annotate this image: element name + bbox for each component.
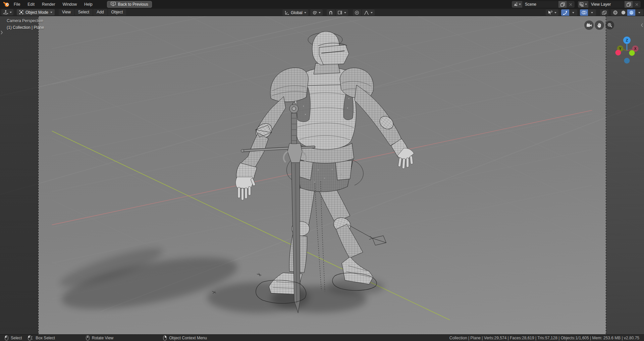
scene-name-field[interactable]: Scene: [522, 1, 558, 8]
view-layer-browse-button[interactable]: [578, 1, 588, 8]
chevron-down-icon: [638, 12, 640, 13]
mode-dropdown[interactable]: Object Mode: [17, 9, 55, 15]
proportional-editing-toggle[interactable]: [353, 9, 361, 16]
overlays-icon: [582, 10, 587, 15]
magnifier-plus-icon: [607, 23, 612, 27]
gizmo-z-label: Z: [626, 38, 628, 42]
close-icon: [569, 3, 572, 6]
chevron-down-icon: [572, 12, 574, 13]
gizmos-toggle[interactable]: [561, 9, 569, 16]
transform-controls: Global: [280, 9, 375, 16]
shading-material-preview-icon: [629, 10, 634, 15]
object-mode-icon: [19, 10, 23, 14]
view-layer-remove-button[interactable]: [633, 1, 641, 8]
xray-toggle[interactable]: [600, 9, 608, 16]
chevron-down-icon: [10, 12, 12, 13]
mouse-left-icon: [5, 335, 8, 341]
xray-icon: [602, 10, 607, 15]
hint-label: Rotate View: [92, 336, 113, 340]
left-hand: [236, 177, 256, 200]
back-to-previous-button[interactable]: Back to Previous: [107, 1, 152, 8]
hand-icon: [597, 23, 602, 28]
chevron-down-icon: [319, 12, 321, 13]
shading-wireframe-icon: [613, 10, 618, 15]
chevron-down-icon: [554, 12, 556, 13]
menu-view[interactable]: View: [59, 9, 74, 15]
hint-box-select: Box Select: [28, 335, 55, 341]
pivot-point-dropdown[interactable]: [310, 9, 323, 16]
transform-orientation-dropdown[interactable]: Global: [282, 9, 308, 16]
toolbar-expand-arrow[interactable]: [0, 30, 3, 36]
magnet-icon: [328, 10, 333, 15]
view-layer-new-copy-button[interactable]: [625, 1, 633, 8]
shading-solid-button[interactable]: [619, 9, 627, 16]
scene-statistics: Collection | Plane | Verts:29,574 | Face…: [449, 335, 639, 341]
orientation-axes-icon: [284, 10, 289, 15]
sidebar-expand-arrow[interactable]: [641, 23, 643, 28]
snap-toggle[interactable]: [327, 9, 335, 16]
viewport-3d[interactable]: Camera Perspective (1) Collection | Plan…: [0, 16, 644, 334]
menu-add[interactable]: Add: [93, 9, 107, 15]
camera-icon: [586, 23, 592, 27]
snap-target-dropdown[interactable]: [336, 9, 348, 16]
menu-help[interactable]: Help: [80, 1, 96, 8]
menu-object[interactable]: Object: [108, 9, 126, 15]
chevron-down-icon: [585, 4, 587, 5]
chevron-down-icon: [519, 4, 521, 5]
proportional-edit-icon: [355, 10, 359, 15]
ground-shadows: [57, 241, 384, 320]
view-name-overlay: Camera Perspective: [7, 18, 43, 23]
gizmo-x-neg-axis[interactable]: [615, 50, 621, 56]
menu-window[interactable]: Window: [59, 1, 80, 8]
copy-stack-icon: [560, 2, 565, 7]
view-layer-icon: [579, 2, 584, 7]
chevron-down-icon: [591, 12, 593, 13]
display-controls: [544, 9, 643, 16]
gizmo-y-neg-axis[interactable]: [629, 50, 635, 56]
move-view-button[interactable]: [595, 20, 604, 30]
active-object-overlay: (1) Collection | Plane: [7, 25, 44, 30]
shading-wireframe-button[interactable]: [611, 9, 619, 16]
scene-browse-button[interactable]: [512, 1, 522, 8]
hint-label: Select: [11, 336, 22, 340]
editor-type-button[interactable]: [1, 9, 13, 15]
scene-icon: [513, 2, 518, 7]
scene-selector: Scene: [512, 1, 575, 8]
proportional-falloff-dropdown[interactable]: [362, 9, 375, 16]
chevron-down-icon: [304, 12, 306, 13]
menu-render[interactable]: Render: [38, 1, 59, 8]
back-to-previous-label: Back to Previous: [118, 2, 148, 7]
overlays-toggle[interactable]: [580, 9, 588, 16]
scene-new-copy-button[interactable]: [558, 1, 567, 8]
falloff-curve-icon: [364, 11, 369, 15]
back-screen-icon: [111, 2, 116, 7]
view-layer-name-field[interactable]: View Layer: [588, 1, 625, 8]
mode-label: Object Mode: [25, 10, 48, 15]
viewport-header: Object Mode View Select Add Object Globa…: [0, 9, 644, 16]
shading-material-button[interactable]: [627, 9, 635, 16]
navigation-gizmo[interactable]: Z Y X: [604, 30, 644, 70]
hint-label: Box Select: [36, 336, 55, 340]
hint-label: Object Context Menu: [169, 336, 207, 340]
knight-model[interactable]: [212, 32, 414, 313]
menu-file[interactable]: File: [10, 1, 24, 8]
camera-view-button[interactable]: [584, 20, 594, 30]
status-bar: Select Box Select Rotate View Object Con…: [0, 334, 644, 341]
menu-edit[interactable]: Edit: [24, 1, 38, 8]
gizmo-icon: [563, 10, 568, 15]
zoom-view-button[interactable]: [605, 21, 614, 30]
editor-3d-viewport-icon: [3, 10, 8, 15]
shading-dropdown[interactable]: [635, 9, 643, 16]
menu-select[interactable]: Select: [75, 9, 93, 15]
overlays-dropdown[interactable]: [588, 9, 596, 16]
scene-unlink-button[interactable]: [567, 1, 575, 8]
chevron-down-icon: [371, 12, 373, 13]
blender-logo-icon[interactable]: [3, 1, 10, 7]
object-visibility-dropdown[interactable]: [546, 9, 558, 16]
gizmos-dropdown[interactable]: [569, 9, 577, 16]
pivot-point-icon: [312, 10, 317, 15]
gizmo-z-neg-axis[interactable]: [624, 58, 630, 64]
gizmo-x-label: X: [634, 47, 637, 51]
shading-solid-icon: [621, 10, 626, 15]
close-icon: [635, 3, 638, 6]
